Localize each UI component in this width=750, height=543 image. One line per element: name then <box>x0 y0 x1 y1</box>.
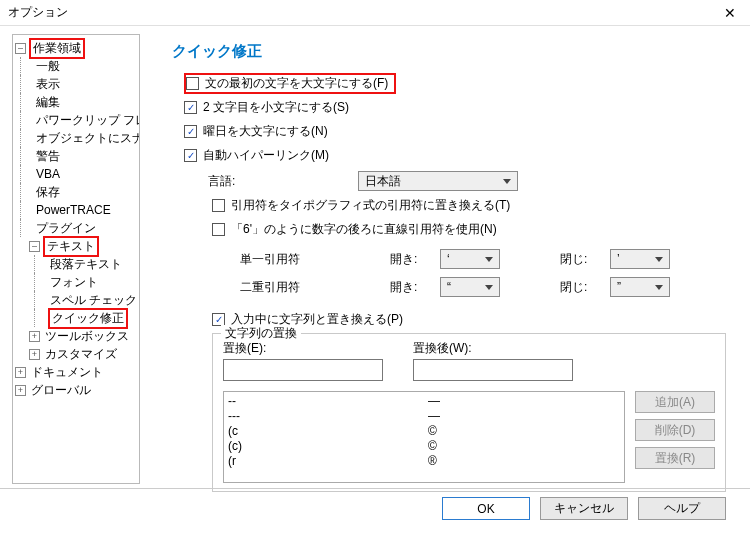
tree-general[interactable]: 一般 <box>34 58 60 75</box>
tree-paragraph[interactable]: 段落テキスト <box>48 256 122 273</box>
after-label: 置換後(W): <box>413 340 573 357</box>
tree-snap[interactable]: オブジェクトにスナップ <box>34 130 140 147</box>
list-item: ---— <box>228 409 620 424</box>
lang-value: 日本語 <box>365 173 401 190</box>
category-tree[interactable]: –作業領域 一般 表示 編集 パワークリップ フレーム オブジェクトにスナップ … <box>12 34 140 484</box>
list-item: (c)© <box>228 439 620 454</box>
checkbox-typo-quote[interactable] <box>212 199 225 212</box>
label-typo-quote: 引用符をタイポグラフィ式の引用符に置き換える(T) <box>231 197 510 214</box>
replace-input[interactable] <box>223 359 383 381</box>
replace-button[interactable]: 置換(R) <box>635 447 715 469</box>
tree-toggle-plus-icon[interactable]: + <box>29 349 40 360</box>
tree-warning[interactable]: 警告 <box>34 148 60 165</box>
tree-customize[interactable]: カスタマイズ <box>43 346 117 363</box>
label-cap-day: 曜日を大文字にする(N) <box>203 123 328 140</box>
sq-close-select[interactable]: ’ <box>610 249 670 269</box>
tree-toggle-plus-icon[interactable]: + <box>29 331 40 342</box>
label-close: 閉じ: <box>560 279 610 296</box>
checkbox-autohyper[interactable]: ✓ <box>184 149 197 162</box>
tree-display[interactable]: 表示 <box>34 76 60 93</box>
tree-toggle-minus-icon[interactable]: – <box>15 43 26 54</box>
tree-edit[interactable]: 編集 <box>34 94 60 111</box>
title-bar: オプション ✕ <box>0 0 750 26</box>
tree-toolbox[interactable]: ツールボックス <box>43 328 129 345</box>
help-button[interactable]: ヘルプ <box>638 497 726 520</box>
label-lower-2nd: 2 文字目を小文字にする(S) <box>203 99 349 116</box>
dq-open-select[interactable]: “ <box>440 277 500 297</box>
tree-toggle-minus-icon[interactable]: – <box>29 241 40 252</box>
tree-quickfix[interactable]: クイック修正 <box>48 308 128 329</box>
checkbox-straight-num[interactable] <box>212 223 225 236</box>
dq-close-select[interactable]: ” <box>610 277 670 297</box>
replace-listbox[interactable]: --— ---— (c© (c)© (r® <box>223 391 625 483</box>
after-input[interactable] <box>413 359 573 381</box>
tree-powertrace[interactable]: PowerTRACE <box>34 203 111 217</box>
tree-toggle-plus-icon[interactable]: + <box>15 367 26 378</box>
lang-select[interactable]: 日本語 <box>358 171 518 191</box>
checkbox-lower-2nd[interactable]: ✓ <box>184 101 197 114</box>
label-straight-num: 「6'」のように数字の後ろに直線引用符を使用(N) <box>231 221 497 238</box>
close-icon[interactable]: ✕ <box>710 0 750 26</box>
checkbox-cap-day[interactable]: ✓ <box>184 125 197 138</box>
settings-panel: クイック修正 文の最初の文字を大文字にする(F) ✓ 2 文字目を小文字にする(… <box>148 34 738 484</box>
cancel-button[interactable]: キャンセル <box>540 497 628 520</box>
tree-toggle-plus-icon[interactable]: + <box>15 385 26 396</box>
checkbox-cap-first[interactable] <box>186 77 199 90</box>
tree-document[interactable]: ドキュメント <box>29 364 103 381</box>
tree-text[interactable]: テキスト <box>43 236 99 257</box>
list-item: (r® <box>228 454 620 469</box>
tree-powerclip[interactable]: パワークリップ フレーム <box>34 112 140 129</box>
sq-open-select[interactable]: ‘ <box>440 249 500 269</box>
window-title: オプション <box>8 4 68 21</box>
tree-plugin[interactable]: プラグイン <box>34 220 96 237</box>
list-item: (c© <box>228 424 620 439</box>
panel-heading: クイック修正 <box>172 42 730 61</box>
list-item: --— <box>228 394 620 409</box>
tree-work-area[interactable]: 作業領域 <box>29 38 85 59</box>
dialog-buttons: OK キャンセル ヘルプ <box>0 488 750 528</box>
tree-global[interactable]: グローバル <box>29 382 91 399</box>
checkbox-replace-typing[interactable]: ✓ <box>212 313 225 326</box>
replace-label: 置換(E): <box>223 340 383 357</box>
lang-label: 言語: <box>208 173 358 190</box>
label-double-quote: 二重引用符 <box>240 279 390 296</box>
add-button[interactable]: 追加(A) <box>635 391 715 413</box>
group-title: 文字列の置換 <box>221 325 301 342</box>
label-cap-first: 文の最初の文字を大文字にする(F) <box>205 75 388 92</box>
label-close: 閉じ: <box>560 251 610 268</box>
label-autohyper: 自動ハイパーリンク(M) <box>203 147 329 164</box>
tree-save[interactable]: 保存 <box>34 184 60 201</box>
ok-button[interactable]: OK <box>442 497 530 520</box>
dialog-body: –作業領域 一般 表示 編集 パワークリップ フレーム オブジェクトにスナップ … <box>0 26 750 488</box>
replace-group: 文字列の置換 置換(E): 置換後(W): --— ---— (c© (c)© … <box>212 333 726 492</box>
label-single-quote: 単一引用符 <box>240 251 390 268</box>
label-open: 開き: <box>390 251 440 268</box>
label-open: 開き: <box>390 279 440 296</box>
tree-font[interactable]: フォント <box>48 274 98 291</box>
delete-button[interactable]: 削除(D) <box>635 419 715 441</box>
tree-vba[interactable]: VBA <box>34 167 60 181</box>
tree-spell[interactable]: スペル チェック <box>48 292 137 309</box>
